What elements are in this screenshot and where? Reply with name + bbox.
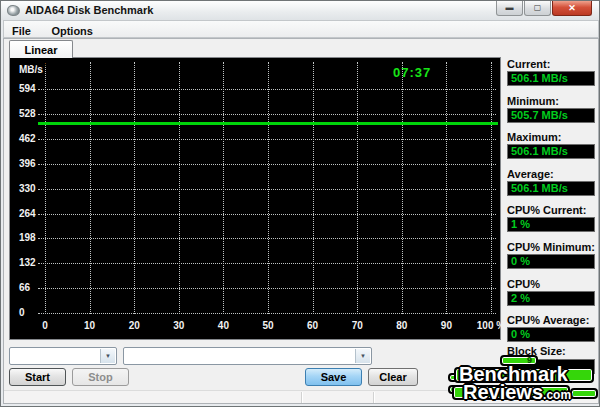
chart-panel: MB/s 07:37 59452846239633026419813266001…: [9, 57, 501, 340]
chevron-down-icon: ▼: [100, 349, 115, 363]
y-tick-label: 0: [19, 307, 45, 318]
chevron-down-icon: ▼: [355, 349, 370, 363]
y-gridline: [38, 238, 496, 239]
maximize-icon: ▢: [534, 4, 542, 12]
drive-select[interactable]: Disk Drive #0 [ATA ADATA SP550] (223.6 G…: [123, 347, 372, 365]
y-tick-label: 528: [19, 108, 45, 119]
stat-label: CPU% Minimum:: [507, 241, 597, 253]
stat-value-box: 506.1 MB/s: [507, 144, 595, 159]
x-tick-label: 70: [335, 320, 379, 331]
stat-value-box: 506.1 MB/s: [507, 181, 595, 196]
stat-label: Maximum:: [507, 131, 597, 143]
aida64-disk-benchmark-window: AIDA64 Disk Benchmark ▬ ▢ ✕ File Options…: [0, 0, 600, 407]
maximize-button[interactable]: ▢: [524, 1, 551, 16]
stat-value-box: 1 %: [507, 217, 595, 232]
x-gridline: [402, 62, 403, 314]
x-tick-label: 80: [380, 320, 424, 331]
stat-value-box: 0 %: [507, 327, 595, 342]
logo-bar: [570, 388, 598, 399]
y-tick-label: 198: [19, 232, 45, 243]
tab-linear-read[interactable]: Linear Read: [9, 40, 73, 58]
app-icon: [7, 5, 20, 16]
x-tick-label: 40: [201, 320, 245, 331]
stat-value-box: 506.1 MB/s: [507, 71, 595, 86]
y-gridline: [38, 114, 496, 115]
x-gridline: [45, 62, 46, 314]
x-tick-label: 60: [291, 320, 335, 331]
x-gridline: [357, 62, 358, 314]
stat-label: CPU% Current:: [507, 204, 597, 216]
x-tick-label: 0: [23, 320, 67, 331]
drive-select-value: Disk Drive #0 [ATA ADATA SP550] (223.6 G…: [141, 362, 372, 365]
x-gridline: [134, 62, 135, 314]
y-tick-label: 132: [19, 257, 45, 268]
x-gridline: [268, 62, 269, 314]
minimize-button[interactable]: ▬: [496, 1, 523, 16]
y-gridline: [38, 139, 496, 140]
title-bar[interactable]: AIDA64 Disk Benchmark ▬ ▢ ✕: [1, 1, 599, 20]
x-tick-label: 90: [424, 320, 468, 331]
benchmark-reviews-logo: 9 Benchmark Reviews.com: [448, 355, 598, 405]
x-gridline: [313, 62, 314, 314]
benchmark-type-select[interactable]: Linear Read ▼: [9, 347, 117, 365]
stat-label: Minimum:: [507, 95, 597, 107]
stat-value-box: 0 %: [507, 254, 595, 269]
y-tick-label: 66: [19, 282, 45, 293]
x-tick-label: 50: [246, 320, 290, 331]
clear-button[interactable]: Clear: [368, 368, 418, 386]
y-gridline: [38, 214, 496, 215]
x-gridline: [90, 62, 91, 314]
y-tick-label: 462: [19, 133, 45, 144]
y-gridline: [38, 189, 496, 190]
y-tick-label: 330: [19, 183, 45, 194]
stat-label: CPU% Average:: [507, 314, 597, 326]
x-tick-label: 20: [112, 320, 156, 331]
status-separator: [373, 392, 374, 403]
save-button[interactable]: Save: [305, 368, 362, 386]
y-gridline: [38, 263, 496, 264]
stop-button[interactable]: Stop: [72, 368, 129, 386]
window-title: AIDA64 Disk Benchmark: [25, 4, 153, 16]
stat-value-box: 505.7 MB/s: [507, 108, 595, 123]
x-tick-label: 100 %: [469, 320, 513, 331]
status-separator: [301, 392, 302, 403]
menu-options[interactable]: Options: [43, 23, 101, 37]
minimize-icon: ▬: [506, 4, 514, 12]
y-gridline: [38, 89, 496, 90]
elapsed-time: 07:37: [393, 65, 431, 80]
y-gridline: [38, 313, 496, 314]
logo-suffix: .com: [543, 388, 571, 403]
y-tick-label: 396: [19, 158, 45, 169]
series-line-linear-read: [38, 122, 498, 125]
y-tick-label: 594: [19, 83, 45, 94]
x-tick-label: 10: [68, 320, 112, 331]
menu-bar: File Options: [3, 20, 599, 38]
y-gridline: [38, 288, 496, 289]
stat-value-box: 2 %: [507, 291, 595, 306]
stat-label: Average:: [507, 168, 597, 180]
x-gridline: [491, 62, 492, 314]
close-button[interactable]: ✕: [552, 1, 592, 16]
start-button[interactable]: Start: [9, 368, 66, 386]
x-gridline: [223, 62, 224, 314]
x-gridline: [446, 62, 447, 314]
x-tick-label: 30: [157, 320, 201, 331]
x-gridline: [179, 62, 180, 314]
benchmark-type-value: Linear Read: [27, 362, 90, 365]
y-tick-label: 264: [19, 208, 45, 219]
y-gridline: [38, 164, 496, 165]
logo-text-line2: Reviews.com: [463, 381, 571, 405]
stat-label: Current:: [507, 58, 597, 70]
close-icon: ✕: [568, 4, 576, 12]
menu-file[interactable]: File: [4, 23, 39, 37]
